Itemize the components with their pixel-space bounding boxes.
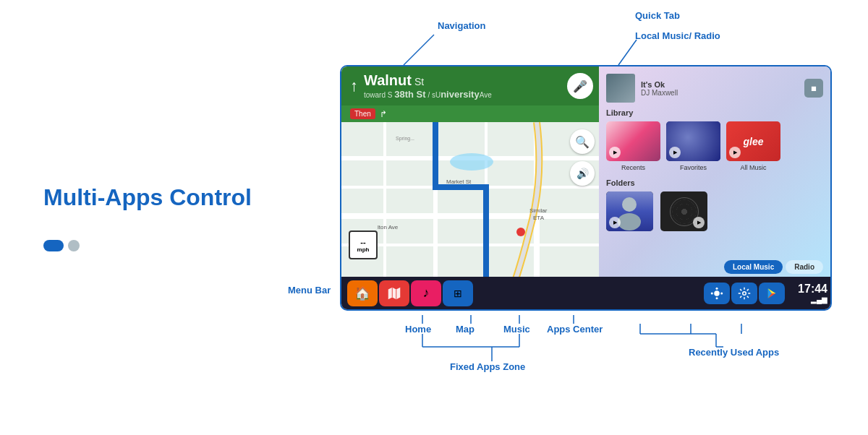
dot-2[interactable] [68,240,80,251]
recents-thumb: ▶ [606,121,660,161]
menu-bar: 🏠 ♪ ⊞ [341,277,832,309]
svg-point-37 [622,197,637,212]
svg-point-29 [450,153,493,171]
svg-text:!: ! [341,122,342,123]
favorites-label: Favorites [680,164,707,171]
svg-point-44 [743,291,746,295]
music-menu-item[interactable]: ♪ [411,280,441,306]
map-header: ↑ Walnut St toward S 38th St / sUniversi… [341,66,602,105]
now-playing-info: It's Ok DJ Maxwell [641,80,799,97]
folder-play-icon-2: ▶ [693,217,705,228]
apps-menu-item[interactable]: ⊞ [443,280,473,306]
play-icon-2: ▶ [669,147,681,158]
library-item-favorites[interactable]: ▶ Favorites [666,121,720,171]
folder-vinyl[interactable]: ▶ [660,191,707,231]
map-svg: Market St Similar ETA lton Ave Spring...… [341,122,602,280]
screen-wrapper: ↑ Walnut St toward S 38th St / sUniversi… [340,65,832,311]
svg-line-2 [618,40,637,65]
then-badge: Then [350,108,375,119]
turn-icon: ↱ [380,109,387,119]
tab-selector: Local Music Radio [724,260,823,274]
svg-point-35 [516,228,525,236]
svg-point-39 [714,290,720,296]
time-wifi: 17:44 ▂▄▆ [791,283,827,303]
local-music-radio-annotation: Local Music/ Radio [635,30,720,41]
map-sound-button[interactable]: 🔊 [570,161,595,186]
svg-text:ETA: ETA [533,215,545,221]
song-title: It's Ok [641,80,799,89]
menu-bar-annotation: Menu Bar [288,285,331,296]
folder-play-icon: ▶ [609,217,621,228]
carousel-dots [43,240,80,251]
svg-rect-20 [341,122,602,280]
photos-icon [710,287,723,300]
play-store-icon [765,287,778,300]
recent-app-photos[interactable] [704,283,730,304]
mic-button[interactable]: 🎤 [567,73,593,99]
home-annotation: Home [405,324,431,335]
map-icon [386,285,402,301]
direction-arrow-icon: ↑ [350,77,358,95]
svg-text:lton Ave: lton Ave [378,224,399,231]
dot-1[interactable] [43,240,64,251]
street-suffix: St [414,76,424,87]
svg-point-38 [618,213,641,231]
map-annotation: Map [456,324,475,335]
settings-icon [738,287,751,300]
recent-app-settings[interactable] [731,283,757,304]
map-panel: ↑ Walnut St toward S 38th St / sUniversi… [341,66,602,280]
street-name: Walnut [364,72,412,89]
play-icon: ▶ [609,147,621,158]
map-body: Market St Similar ETA lton Ave Spring...… [341,122,602,280]
stop-button[interactable]: ⏹ [804,79,823,98]
fixed-apps-zone-annotation: Fixed Apps Zone [450,361,525,372]
svg-point-42 [711,292,713,294]
library-grid: ▶ Recents ▶ Favorites glee ▶ A [606,121,823,171]
cross-streets: toward S 38th St / sUniversityAve [364,89,492,100]
favorites-thumb: ▶ [666,121,720,161]
svg-point-41 [716,297,718,299]
recently-used-apps-zone [704,283,785,304]
recent-app-play-store[interactable] [759,283,785,304]
page-title: Multi-Apps Control [43,184,252,211]
apps-center-annotation: Apps Center [547,324,603,335]
svg-text:Market St: Market St [446,178,472,185]
map-search-button[interactable]: 🔍 [570,129,595,154]
svg-text:Spring...: Spring... [396,136,414,142]
library-item-recents[interactable]: ▶ Recents [606,121,660,171]
fixed-apps-zone: 🏠 ♪ ⊞ [347,280,473,306]
play-icon-3: ▶ [729,147,741,158]
svg-point-40 [716,287,718,289]
folder-person[interactable]: ▶ [606,191,653,231]
svg-point-43 [720,292,723,294]
library-item-all-music[interactable]: glee ▶ All Music [726,121,780,171]
music-annotation: Music [503,324,530,335]
navigation-annotation: Navigation [438,20,485,31]
all-music-label: All Music [740,164,766,171]
folders-label: Folders [606,178,823,187]
now-playing: It's Ok DJ Maxwell ⏹ [606,74,823,103]
clock: 17:44 [798,283,827,296]
home-menu-item[interactable]: 🏠 [347,280,378,306]
map-menu-item[interactable] [379,280,409,306]
street-info: ↑ Walnut St toward S 38th St / sUniversi… [350,72,492,100]
music-panel: It's Ok DJ Maxwell ⏹ Library ▶ Recents [599,66,830,280]
recently-used-apps-annotation: Recently Used Apps [689,347,779,358]
map-subheader: Then ↱ [341,105,602,122]
svg-line-0 [404,35,434,65]
local-music-tab[interactable]: Local Music [724,260,783,274]
all-music-thumb: glee ▶ [726,121,780,161]
svg-text:Similar: Similar [529,207,548,214]
radio-tab[interactable]: Radio [786,260,823,274]
album-art-small [606,74,635,103]
quick-tab-annotation: Quick Tab [635,10,680,21]
artist-name: DJ Maxwell [641,89,799,97]
left-section: Multi-Apps Control [0,0,304,435]
speed-display: -- mph [349,231,378,259]
library-label: Library [606,108,823,117]
recents-label: Recents [621,164,645,171]
wifi-icon: ▂▄▆ [811,296,827,303]
folders-row: ▶ ▶ [606,191,823,231]
device-screen: ↑ Walnut St toward S 38th St / sUniversi… [340,65,832,311]
